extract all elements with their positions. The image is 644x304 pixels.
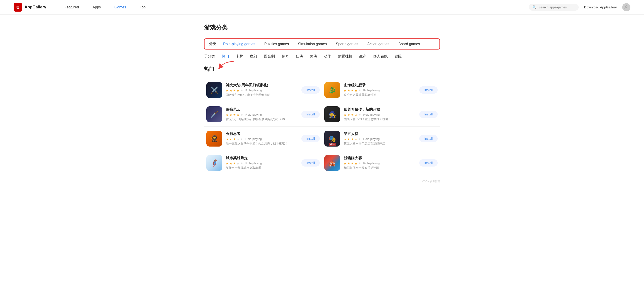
- app-item: 🗡️ 侠隐风云 ★★★★★ Role-playing 首充6元：极品红装+神兽坐…: [204, 102, 322, 126]
- install-button[interactable]: Install: [301, 159, 320, 167]
- stars: ★★★★★: [226, 162, 244, 165]
- logo-text: AppGallery: [24, 5, 46, 10]
- subcategory-xian[interactable]: 仙侠: [296, 54, 303, 59]
- app-rating: ★★★★★ Role-playing: [344, 137, 416, 141]
- app-rating: ★★★★★ Role-playing: [344, 89, 416, 92]
- subcategory-hot[interactable]: 热门: [222, 54, 229, 59]
- app-category-tag: Role-playing: [245, 89, 262, 92]
- app-rating: ★★★★★ Role-playing: [226, 89, 298, 92]
- subcategory-wuxia[interactable]: 武侠: [310, 54, 317, 59]
- nav-featured[interactable]: Featured: [64, 5, 79, 9]
- category-row: 分类 Role-playing games Puzzles games Simu…: [204, 38, 440, 50]
- app-desc: 第五人格六周年庆活动现已开启: [344, 141, 412, 146]
- app-icon: ⚔️: [206, 82, 222, 98]
- stars: ★★★★★: [344, 137, 362, 141]
- install-button[interactable]: Install: [419, 159, 438, 167]
- nav-apps[interactable]: Apps: [92, 5, 101, 9]
- category-simulation[interactable]: Simulation games: [298, 42, 327, 46]
- app-name: 躲猫猫大赛: [344, 156, 416, 161]
- subcategory-survival[interactable]: 生存: [359, 54, 366, 59]
- install-button[interactable]: Install: [301, 111, 320, 118]
- subcategory-turn[interactable]: 回合制: [264, 54, 275, 59]
- user-avatar[interactable]: [622, 3, 630, 11]
- subcategory-card[interactable]: 卡牌: [236, 54, 243, 59]
- stars: ★★★★★: [226, 113, 244, 116]
- stars: ★★★★★: [226, 89, 244, 92]
- category-action[interactable]: Action games: [367, 42, 389, 46]
- subcategory-action2[interactable]: 动作: [324, 54, 331, 59]
- app-rating: ★★★½★ Role-playing: [344, 113, 416, 116]
- search-input[interactable]: [538, 6, 575, 9]
- app-icon: 🥷: [206, 131, 222, 146]
- category-label: 分类: [209, 42, 216, 46]
- app-badge: 6周年: [328, 143, 336, 146]
- app-desc: 和彩虹朋友一起欢乐捉迷藏: [344, 166, 412, 170]
- stars: ★★★★★: [344, 89, 362, 92]
- app-desc: 瓜分百万异兽蛋即刻封神: [344, 93, 412, 97]
- app-category-tag: Role-playing: [245, 162, 262, 165]
- category-puzzles[interactable]: Puzzles games: [264, 42, 289, 46]
- nav-top[interactable]: Top: [140, 5, 146, 9]
- nav-games[interactable]: Games: [114, 5, 126, 9]
- app-info: 躲猫猫大赛 ★★★★★ Role-playing 和彩虹朋友一起欢乐捉迷藏: [344, 156, 416, 170]
- app-info: 火影忍者 ★★★★★ Role-playing 唯一正版火影动作手游！火之意志，…: [226, 131, 298, 146]
- app-icon: 🦸: [206, 155, 222, 171]
- svg-point-1: [626, 6, 627, 7]
- app-category-tag: Role-playing: [363, 162, 380, 165]
- install-button[interactable]: Install: [419, 86, 438, 94]
- arrow-indicator: [218, 60, 236, 70]
- subcategory-row: 子分类 热门 卡牌 魔幻 回合制 传奇 仙侠 武侠 动作 放置挂机 生存 多人在…: [204, 54, 440, 59]
- app-icon: 🗡️: [206, 106, 222, 122]
- app-rating: ★★★★★ Role-playing: [344, 162, 416, 165]
- category-items: Role-playing games Puzzles games Simulat…: [223, 42, 420, 46]
- category-board[interactable]: Board games: [398, 42, 420, 46]
- app-item: 🥷 火影忍者 ★★★★★ Role-playing 唯一正版火影动作手游！火之意…: [204, 126, 322, 151]
- install-button[interactable]: Install: [301, 135, 320, 142]
- app-desc: 英雄出击征战城市夺取称霸: [226, 166, 294, 170]
- download-appgallery-button[interactable]: Download AppGallery: [584, 5, 617, 9]
- install-button[interactable]: Install: [301, 86, 320, 94]
- app-desc: 首充6元：极品红装+神兽坐骑+极品光武+999...: [226, 117, 294, 121]
- subcategory-legend[interactable]: 传奇: [282, 54, 289, 59]
- app-name: 山海经幻想录: [344, 83, 416, 88]
- app-item: 🎭 6周年 第五人格 ★★★★★ Role-playing 第五人格六周年庆活动…: [322, 126, 440, 151]
- install-button[interactable]: Install: [419, 135, 438, 142]
- app-icon: 🧙: [324, 106, 340, 122]
- app-icon: 🎭 6周年: [324, 131, 340, 146]
- category-role-playing[interactable]: Role-playing games: [223, 42, 255, 46]
- install-button[interactable]: Install: [419, 111, 438, 118]
- app-icon: 🎪: [324, 155, 340, 171]
- app-rating: ★★★★★ Role-playing: [226, 137, 298, 141]
- subcategory-adventure[interactable]: 冒险: [394, 54, 402, 59]
- app-icon: 🐉: [324, 82, 340, 98]
- subcategory-idle[interactable]: 放置挂机: [338, 54, 352, 59]
- app-item: 🎪 躲猫猫大赛 ★★★★★ Role-playing 和彩虹朋友一起欢乐捉迷藏 …: [322, 151, 440, 175]
- app-item: 🧙 仙剑奇侠传：新的开始 ★★★½★ Role-playing 国风卡牌RPG！…: [322, 102, 440, 126]
- app-category-tag: Role-playing: [245, 113, 262, 116]
- app-name: 城市英雄暴走: [226, 156, 298, 161]
- header-right: 🔍 Download AppGallery: [529, 3, 630, 11]
- subcategory-magic[interactable]: 魔幻: [250, 54, 257, 59]
- subcategory-label: 子分类: [204, 54, 215, 59]
- footer-note: CSDN 参考教程: [204, 180, 440, 183]
- category-sports[interactable]: Sports games: [336, 42, 358, 46]
- app-name: 侠隐风云: [226, 107, 298, 112]
- subcategory-online[interactable]: 多人在线: [373, 54, 388, 59]
- logo-icon: [14, 3, 22, 12]
- app-rating: ★★★★★ Role-playing: [226, 162, 298, 165]
- search-icon: 🔍: [532, 5, 537, 9]
- app-category-tag: Role-playing: [363, 137, 380, 141]
- main-nav: Featured Apps Games Top: [64, 5, 529, 9]
- app-info: 山海经幻想录 ★★★★★ Role-playing 瓜分百万异兽蛋即刻封神: [344, 83, 416, 97]
- app-name: 第五人格: [344, 131, 416, 136]
- app-name: 神火大陆(周年回归领豪礼): [226, 83, 298, 88]
- app-category-tag: Role-playing: [363, 113, 380, 116]
- logo-area: AppGallery: [14, 3, 46, 12]
- app-item: ⚔️ 神火大陆(周年回归领豪礼) ★★★★★ Role-playing 国产魔幻…: [204, 78, 322, 102]
- app-info: 神火大陆(周年回归领豪礼) ★★★★★ Role-playing 国产魔幻mmo…: [226, 83, 298, 97]
- app-info: 第五人格 ★★★★★ Role-playing 第五人格六周年庆活动现已开启: [344, 131, 416, 146]
- app-info: 侠隐风云 ★★★★★ Role-playing 首充6元：极品红装+神兽坐骑+极…: [226, 107, 298, 121]
- search-bar[interactable]: 🔍: [529, 4, 579, 11]
- app-category-tag: Role-playing: [245, 137, 262, 141]
- stars: ★★★½★: [344, 113, 362, 116]
